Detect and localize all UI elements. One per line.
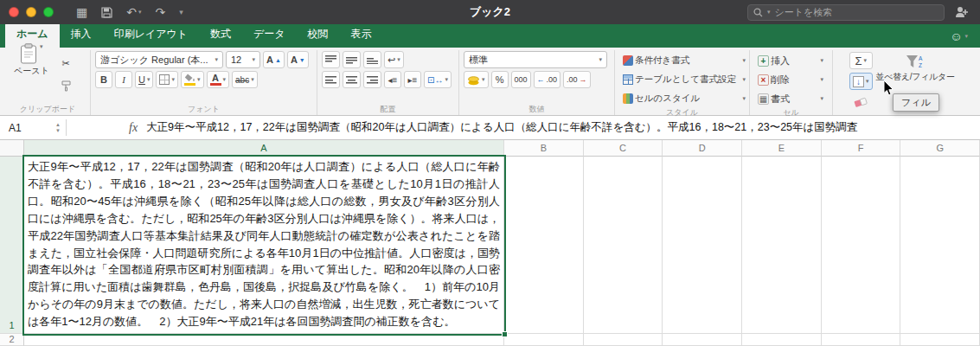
insert-function-button[interactable]: fx [129, 121, 138, 135]
font-name-select[interactable]: 游ゴシック Regular (本... ▾ [95, 51, 223, 68]
percent-style-button[interactable]: % [491, 71, 509, 88]
format-cells-button[interactable]: ▦ 書式▾ [754, 90, 827, 107]
group-number: 標準 ▾ ▾ % 000 ←.00 [458, 50, 614, 115]
currency-button[interactable]: ▾ [464, 71, 489, 88]
column-header-g[interactable]: G [900, 140, 980, 157]
tab-page-layout[interactable]: 印刷レイアウト [103, 22, 199, 48]
align-middle-button[interactable] [343, 51, 361, 68]
tab-formulas[interactable]: 数式 [199, 22, 242, 48]
excel-window: ▦ ↶▾ ↷ ▾ ブック2 ▾ シートを検索 ホーム 挿入 印刷レイアウト 数式… [0, 0, 980, 346]
cell-d2[interactable] [663, 334, 742, 346]
cell-b1[interactable] [504, 157, 584, 334]
zoom-window-button[interactable] [43, 7, 54, 17]
merge-cells-button[interactable]: ⊡↔▾ [424, 71, 452, 88]
cell-a1[interactable]: 大正9年〜平成12，17，22年は国勢調査（昭和20年は人口調査）による人口（総… [24, 157, 504, 334]
cell-styles-icon [623, 93, 633, 104]
toolbar-customize-button[interactable]: ▾ [179, 8, 183, 16]
conditional-formatting-button[interactable]: 条件付き書式▾ [619, 52, 749, 69]
strikethrough-button[interactable]: abc▾ [232, 71, 258, 88]
grow-font-button[interactable]: A▲ [263, 51, 285, 68]
increase-indent-button[interactable]: ▸≡ [404, 71, 421, 88]
align-right-icon [367, 75, 378, 84]
tab-review[interactable]: 校閲 [297, 22, 340, 48]
cell-c2[interactable] [584, 334, 663, 346]
format-as-table-button[interactable]: テーブルとして書式設定▾ [619, 71, 749, 88]
underline-button[interactable]: U▾ [135, 71, 153, 88]
app-grid-icon[interactable]: ▦ [76, 5, 87, 19]
tab-insert[interactable]: 挿入 [60, 22, 103, 48]
redo-button[interactable]: ↷ [155, 5, 165, 19]
autosum-button[interactable]: Σ▾ [849, 52, 873, 69]
row-header-1[interactable]: 1 [0, 157, 24, 334]
cell-styles-button[interactable]: セルのスタイル▾ [619, 90, 749, 107]
cell-e2[interactable] [742, 334, 822, 346]
shrink-font-button[interactable]: A▼ [287, 51, 309, 68]
align-center-button[interactable] [343, 71, 361, 88]
font-size-select[interactable]: 12 ▾ [226, 51, 260, 68]
cell-f2[interactable] [822, 334, 901, 346]
svg-text:Z: Z [919, 62, 922, 68]
group-label-clipboard: クリップボード [10, 104, 86, 115]
decrease-indent-button[interactable]: ◂≡ [384, 71, 401, 88]
align-right-button[interactable] [363, 71, 381, 88]
insert-cells-button[interactable]: + 挿入▾ [754, 52, 827, 69]
fill-color-button[interactable]: ▾ [181, 71, 204, 88]
cell-f1[interactable] [822, 157, 901, 334]
search-input[interactable]: ▾ シートを検索 [747, 4, 945, 21]
align-left-button[interactable] [322, 71, 340, 88]
decrease-decimal-button[interactable]: .00→ [563, 71, 591, 88]
share-icon[interactable] [955, 6, 970, 18]
borders-button[interactable]: ▾ [156, 71, 178, 88]
group-label-cells: セル [754, 107, 828, 118]
svg-text:A: A [919, 55, 923, 61]
group-styles: 条件付き書式▾ テーブルとして書式設定▾ セルのスタイル▾ スタイル [614, 50, 749, 115]
delete-cells-button[interactable]: × 削除▾ [754, 71, 827, 88]
feedback-smiley-button[interactable]: ☺▾ [950, 29, 968, 48]
undo-button[interactable]: ↶▾ [126, 5, 141, 19]
format-painter-button[interactable] [57, 77, 75, 94]
row-2: 2 [0, 334, 980, 346]
cut-button[interactable]: ✂ [57, 54, 75, 72]
cell-g2[interactable] [900, 334, 980, 346]
name-box-stepper[interactable]: ▲▼ [50, 116, 66, 139]
group-clipboard: ▾ ペースト ✂ クリップボード [5, 50, 90, 115]
cell-g1[interactable] [900, 157, 980, 334]
number-format-select[interactable]: 標準 ▾ [464, 51, 607, 68]
tab-data[interactable]: データ [242, 22, 297, 48]
close-window-button[interactable] [9, 7, 19, 17]
tab-view[interactable]: 表示 [340, 22, 383, 48]
column-header-c[interactable]: C [584, 140, 663, 157]
align-bottom-button[interactable] [363, 51, 381, 68]
paste-caret-icon: ▾ [40, 43, 43, 50]
column-header-e[interactable]: E [742, 140, 822, 157]
font-color-button[interactable]: A▾ [207, 71, 230, 88]
sort-filter-icon: A Z [906, 54, 925, 69]
column-header-a[interactable]: A [24, 140, 504, 157]
save-icon[interactable] [101, 7, 112, 18]
cell-a2[interactable] [24, 334, 504, 346]
cell-c1[interactable] [584, 157, 663, 334]
cell-e1[interactable] [742, 157, 822, 334]
column-header-f[interactable]: F [822, 140, 901, 157]
cell-b2[interactable] [504, 334, 584, 346]
column-header-b[interactable]: B [504, 140, 584, 157]
name-box[interactable]: A1 [0, 116, 50, 139]
fill-button[interactable]: ↓▾ [849, 73, 873, 90]
italic-button[interactable]: I [115, 71, 132, 88]
formula-input[interactable]: 大正9年〜平成12，17，22年は国勢調査（昭和20年は人口調査）による人口（総… [146, 120, 980, 135]
search-icon [753, 8, 763, 17]
wrap-text-button[interactable]: ↩▾ [384, 51, 404, 68]
column-header-d[interactable]: D [663, 140, 742, 157]
cell-d1[interactable] [663, 157, 742, 334]
align-top-button[interactable] [322, 51, 340, 68]
minimize-window-button[interactable] [26, 7, 36, 17]
increase-decimal-button[interactable]: ←.00 [534, 71, 561, 88]
comma-style-button[interactable]: 000 [511, 71, 531, 88]
select-all-corner[interactable] [0, 140, 24, 157]
paste-button[interactable]: ▾ ペースト [10, 51, 54, 68]
row-header-2[interactable]: 2 [0, 334, 24, 346]
group-label-alignment: 配置 [322, 104, 454, 115]
bold-button[interactable]: B [95, 71, 112, 88]
font-color-bar [210, 83, 221, 86]
clear-button[interactable] [849, 93, 873, 111]
